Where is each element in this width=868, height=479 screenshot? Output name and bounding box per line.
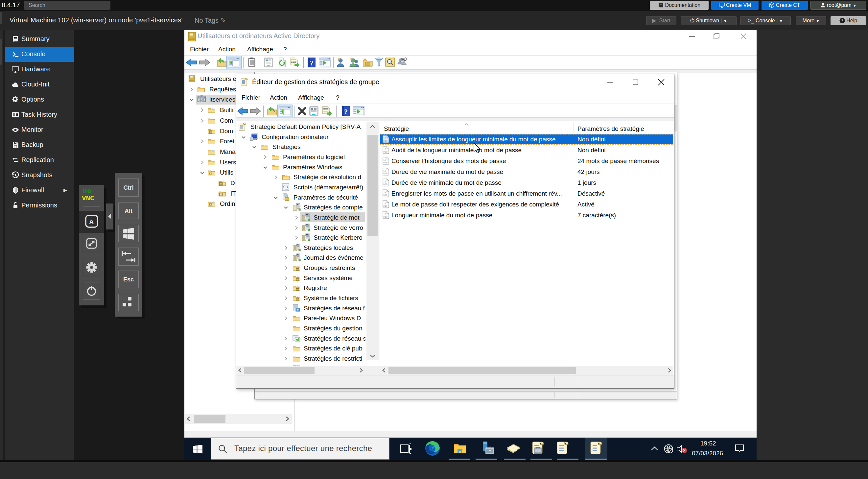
svg-text:010: 010 bbox=[383, 151, 388, 153]
svg-text:10: 10 bbox=[383, 202, 386, 205]
svg-text:A: A bbox=[89, 218, 94, 226]
svg-text:?: ? bbox=[344, 108, 348, 116]
svg-text:10: 10 bbox=[383, 170, 386, 172]
svg-text:010: 010 bbox=[383, 194, 388, 197]
svg-text:010: 010 bbox=[383, 216, 388, 218]
svg-text:10: 10 bbox=[383, 159, 386, 161]
svg-text:?: ? bbox=[310, 59, 314, 67]
svg-text:010: 010 bbox=[383, 140, 388, 142]
svg-text:10: 10 bbox=[383, 213, 386, 216]
svg-text:010: 010 bbox=[383, 183, 388, 186]
svg-text:?: ? bbox=[841, 19, 843, 23]
svg-text:10: 10 bbox=[383, 148, 386, 151]
svg-text:010: 010 bbox=[383, 205, 388, 207]
svg-text:010: 010 bbox=[383, 172, 388, 175]
svg-text:010: 010 bbox=[383, 161, 388, 164]
svg-text:10: 10 bbox=[383, 191, 386, 194]
svg-text:10: 10 bbox=[383, 180, 386, 183]
svg-text:10: 10 bbox=[383, 137, 386, 140]
